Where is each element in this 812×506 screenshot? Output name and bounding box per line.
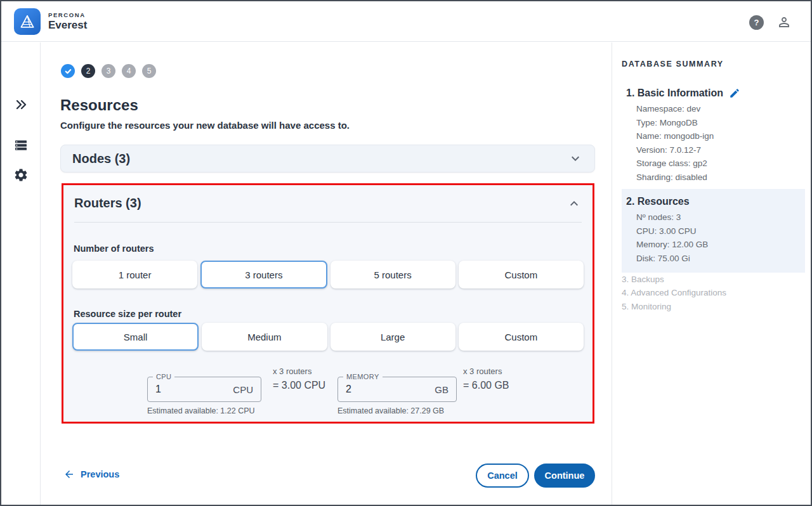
cpu-field-label: CPU [153,373,174,380]
memory-field-label: MEMORY [343,373,383,380]
summary-step-advanced-configurations: 4. Advanced Configurations [622,286,726,299]
routers-accordion-header[interactable]: Routers (3) [63,185,593,221]
summary-item-cpu: CPU: 3.00 CPU [636,224,805,238]
database-summary-panel: DATABASE SUMMARY 1. Basic Information Na… [612,42,811,505]
step-2-active[interactable]: 2 [81,64,95,78]
chevron-up-icon [566,196,582,211]
summary-step-backups: 3. Backups [622,273,726,286]
step-3[interactable]: 3 [102,64,115,78]
cpu-unit-adornment: CPU [233,384,253,395]
summary-item-name: Name: mongodb-ign [636,129,740,143]
resource-size-label: Resource size per router [74,309,181,319]
router-count-option-custom[interactable]: Custom [459,261,584,289]
step-5[interactable]: 5 [142,64,156,78]
everest-app-window: PERCONA Everest ? [0,0,812,506]
summary-item-nodes: Nº nodes: 3 [636,211,805,224]
size-option-large[interactable]: Large [331,323,455,351]
brand-company: PERCONA [48,12,87,18]
arrow-left-icon [63,469,75,480]
sidebar-databases-icon[interactable] [13,138,29,153]
size-option-medium[interactable]: Medium [202,323,327,351]
memory-totals: x 3 routers = 6.00 GB [463,367,509,391]
summary-upcoming-steps: 3. Backups 4. Advanced Configurations 5.… [622,273,726,313]
router-count-option-3-selected[interactable]: 3 routers [200,261,327,289]
summary-item-disk: Disk: 75.00 Gi [636,252,805,266]
router-count-option-5[interactable]: 5 routers [331,261,455,289]
edit-pencil-icon[interactable] [729,88,740,99]
brand-product: Everest [48,20,87,31]
user-profile-icon[interactable] [776,15,792,30]
brand: PERCONA Everest [14,8,87,35]
nodes-accordion-header[interactable]: Nodes (3) [60,145,595,172]
top-bar: PERCONA Everest ? [1,1,811,42]
nodes-accordion-title: Nodes (3) [72,152,130,166]
summary-item-version: Version: 7.0.12-7 [636,143,740,157]
routers-accordion-title: Routers (3) [74,196,141,211]
cpu-helper-text: Estimated available: 1.22 CPU [147,405,285,417]
memory-helper-text: Estimated available: 27.29 GB [337,405,476,417]
sidebar-settings-icon[interactable] [13,167,29,183]
cancel-button[interactable]: Cancel [476,464,529,488]
page-title: Resources [60,96,138,114]
summary-item-type: Type: MongoDB [636,116,740,130]
percona-everest-logo-icon [14,8,41,35]
page-subtitle: Configure the resources your new databas… [60,120,350,131]
basic-information-title: 1. Basic Information [626,88,723,99]
step-4[interactable]: 4 [122,64,136,78]
size-option-custom[interactable]: Custom [459,323,584,351]
number-of-routers-label: Number of routers [74,243,154,254]
summary-item-memory: Memory: 12.00 GB [636,238,805,252]
routers-panel-highlighted: Routers (3) Number of routers 1 router 3… [62,183,594,424]
previous-button[interactable]: Previous [63,469,119,480]
summary-basic-information: 1. Basic Information Namespace: dev Type… [626,88,740,185]
resources-section-title: 2. Resources [626,196,690,207]
step-1-completed[interactable] [61,64,75,78]
help-glyph: ? [754,18,759,27]
cpu-totals: x 3 routers = 3.00 CPU [273,367,325,391]
left-sidebar [1,42,41,505]
cpu-total: = 3.00 CPU [273,380,325,391]
summary-step-monitoring: 5. Monitoring [622,300,726,313]
resource-size-toggle-group: Small Medium Large Custom [72,323,584,351]
memory-multiplier: x 3 routers [463,367,509,376]
summary-resources-current: 2. Resources Nº nodes: 3 CPU: 3.00 CPU M… [622,189,805,273]
chevron-down-icon [568,151,583,166]
cpu-multiplier: x 3 routers [273,367,325,376]
cpu-field: CPU CPU [147,377,261,402]
router-count-option-1[interactable]: 1 router [72,261,197,289]
divider [74,222,582,223]
size-option-small-selected[interactable]: Small [72,323,199,351]
help-icon[interactable]: ? [749,15,764,30]
summary-item-namespace: Namespace: dev [636,102,740,116]
continue-button[interactable]: Continue [534,464,595,488]
summary-item-storage-class: Storage class: gp2 [636,157,740,171]
check-icon [64,67,72,75]
memory-unit-adornment: GB [435,384,449,395]
previous-label: Previous [81,469,119,479]
sidebar-expand-icon[interactable] [13,97,29,112]
brand-text: PERCONA Everest [48,12,87,31]
summary-item-sharding: Sharding: disabled [636,171,740,185]
topbar-actions: ? [749,15,792,30]
router-count-toggle-group: 1 router 3 routers 5 routers Custom [72,261,584,289]
memory-field: MEMORY GB [337,377,457,402]
memory-total: = 6.00 GB [463,380,509,391]
summary-title: DATABASE SUMMARY [622,60,724,68]
wizard-stepper: 2 3 4 5 [61,64,156,78]
